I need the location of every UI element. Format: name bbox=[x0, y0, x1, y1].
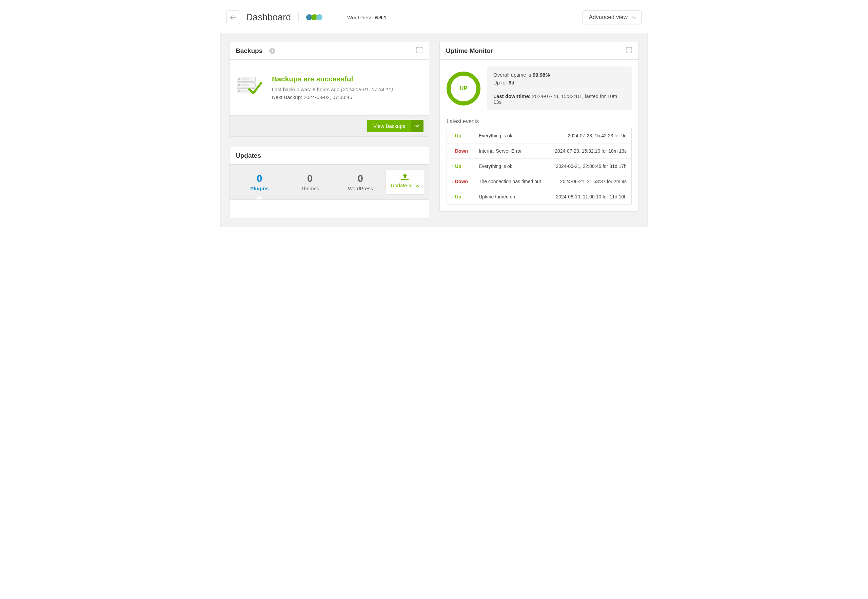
updates-list-area bbox=[230, 199, 429, 218]
arrow-down-icon: ↓ bbox=[452, 149, 454, 153]
event-row: ↑ UpUptime turned on2024-06-10, 11:00:10… bbox=[447, 189, 631, 204]
event-time: 2024-07-23, 15:42:23 for 9d bbox=[568, 133, 626, 138]
updates-tab-wordpress[interactable]: 0 WordPress bbox=[335, 170, 386, 195]
events-table: ↑ UpEverything is ok2024-07-23, 15:42:23… bbox=[446, 128, 632, 205]
chevron-up-icon bbox=[416, 184, 419, 188]
tag-dots[interactable] bbox=[306, 14, 323, 20]
updates-card: Updates 0 Plugins 0 Themes 0 WordPress bbox=[229, 147, 429, 218]
backups-card: Backups i bbox=[229, 42, 429, 137]
event-status: ↓ Down bbox=[452, 179, 479, 184]
event-row: ↑ UpEverything is ok2024-07-23, 15:42:23… bbox=[447, 128, 631, 143]
svg-rect-2 bbox=[241, 78, 249, 80]
uptime-title: Uptime Monitor bbox=[446, 47, 493, 55]
event-time: 2024-06-21, 22:00:46 for 31d 17h bbox=[556, 164, 626, 169]
back-button[interactable] bbox=[227, 11, 240, 24]
last-backup-row: Last backup was: 9 hours ago (2024-08-01… bbox=[272, 86, 393, 92]
page-title: Dashboard bbox=[246, 12, 291, 23]
info-icon[interactable]: i bbox=[269, 48, 275, 54]
svg-rect-5 bbox=[241, 84, 249, 86]
event-message: Uptime turned on bbox=[479, 194, 556, 199]
event-row: ↓ DownInternal Server Error2024-07-23, 1… bbox=[447, 143, 631, 159]
separator bbox=[298, 12, 299, 23]
backups-title: Backups bbox=[236, 47, 263, 55]
wp-version: WordPress: 6.6.1 bbox=[347, 15, 386, 20]
event-status: ↓ Down bbox=[452, 148, 479, 154]
next-backup-row: Next Backup: 2024-08-02, 07:00:45 bbox=[272, 94, 393, 100]
event-message: The connection has timed out. bbox=[479, 179, 560, 184]
event-time: 2024-06-10, 11:00:10 for 11d 10h bbox=[556, 194, 626, 199]
event-time: 2024-07-23, 15:32:10 for 10m 13s bbox=[555, 148, 626, 154]
chevron-down-icon bbox=[415, 125, 419, 128]
last-downtime: Last downtime: 2024-07-23, 15:32:10 , la… bbox=[493, 93, 626, 105]
view-selector[interactable]: Advanced view bbox=[583, 10, 641, 24]
arrow-up-icon: ↑ bbox=[452, 133, 454, 138]
uptime-ring: UP bbox=[446, 72, 481, 105]
event-message: Everything is ok bbox=[479, 164, 556, 169]
uptime-card: Uptime Monitor UP Overall uptime is 99.9… bbox=[439, 42, 639, 212]
event-status: ↑ Up bbox=[452, 194, 479, 199]
updates-tab-themes[interactable]: 0 Themes bbox=[285, 170, 335, 195]
chevron-down-icon bbox=[632, 14, 637, 21]
content-area: Backups i bbox=[221, 33, 647, 227]
event-row: ↑ UpEverything is ok2024-06-21, 22:00:46… bbox=[447, 159, 631, 174]
arrow-up-icon: ↑ bbox=[452, 194, 454, 199]
arrow-down-icon: ↓ bbox=[452, 179, 454, 184]
expand-icon[interactable] bbox=[416, 47, 423, 55]
up-for: Up for 9d bbox=[493, 80, 626, 86]
latest-events-title: Latest events bbox=[446, 118, 632, 125]
update-all-button[interactable]: Update all bbox=[386, 170, 424, 195]
view-backups-dropdown[interactable] bbox=[411, 120, 423, 132]
backup-status-title: Backups are successful bbox=[272, 75, 393, 83]
event-row: ↓ DownThe connection has timed out.2024-… bbox=[447, 174, 631, 189]
svg-rect-7 bbox=[238, 90, 240, 92]
server-check-icon bbox=[236, 76, 262, 96]
uptime-ring-label: UP bbox=[460, 86, 467, 92]
updates-title: Updates bbox=[236, 152, 261, 160]
event-message: Internal Server Error bbox=[479, 148, 555, 154]
updates-tab-plugins[interactable]: 0 Plugins bbox=[234, 170, 285, 195]
svg-rect-1 bbox=[238, 78, 240, 80]
svg-rect-8 bbox=[241, 90, 249, 92]
view-backups-split-button: View Backups bbox=[367, 120, 423, 132]
overall-uptime: Overall uptime is 99.98% bbox=[493, 72, 626, 78]
arrow-left-icon bbox=[230, 15, 236, 20]
event-status: ↑ Up bbox=[452, 164, 479, 169]
expand-icon[interactable] bbox=[626, 47, 632, 55]
event-time: 2024-06-21, 21:58:37 for 2m 9s bbox=[560, 179, 626, 184]
event-message: Everything is ok bbox=[479, 133, 568, 138]
page-header: Dashboard WordPress: 6.6.1 Advanced view bbox=[221, 0, 647, 33]
svg-rect-4 bbox=[238, 84, 240, 86]
event-status: ↑ Up bbox=[452, 133, 479, 138]
tag-dot-cyan bbox=[316, 14, 323, 20]
uptime-summary: Overall uptime is 99.98% Up for 9d Last … bbox=[487, 66, 632, 110]
upload-icon bbox=[390, 173, 419, 182]
svg-rect-9 bbox=[401, 179, 408, 180]
arrow-up-icon: ↑ bbox=[452, 164, 454, 169]
view-backups-button[interactable]: View Backups bbox=[367, 120, 411, 132]
